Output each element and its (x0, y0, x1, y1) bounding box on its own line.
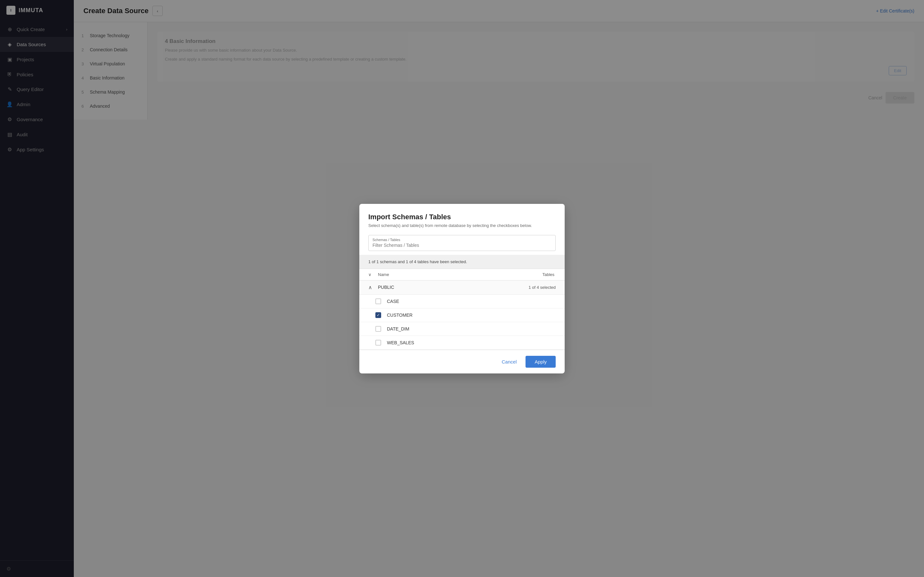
tables-column-header: Tables (542, 272, 556, 277)
import-schemas-modal: Import Schemas / Tables Select schema(s)… (359, 204, 565, 374)
table-name-date-dim: DATE_DIM (387, 326, 409, 332)
modal-header: Import Schemas / Tables Select schema(s)… (359, 204, 565, 231)
checkbox-case[interactable] (375, 298, 381, 304)
table-row-customer: CUSTOMER (359, 308, 565, 322)
table-name-customer: CUSTOMER (387, 313, 413, 318)
modal-footer: Cancel Apply (359, 350, 565, 374)
table-row-web-sales: WEB_SALES (359, 336, 565, 350)
schema-expand-icon[interactable]: ∧ (368, 284, 378, 290)
apply-button[interactable]: Apply (525, 356, 556, 367)
checkbox-web-sales-cell (375, 340, 387, 346)
collapse-all-icon[interactable]: ∨ (368, 272, 372, 277)
search-section: Schemas / Tables (359, 231, 565, 251)
selection-status: 1 of 1 schemas and 1 of 4 tables have be… (359, 255, 565, 269)
table-header: ∨ Name Tables (359, 269, 565, 280)
modal-subtitle: Select schema(s) and table(s) from remot… (368, 223, 556, 228)
table-row-case: CASE (359, 295, 565, 308)
search-label: Schemas / Tables (373, 238, 551, 242)
checkbox-web-sales[interactable] (375, 340, 381, 346)
table-name-web-sales: WEB_SALES (387, 340, 414, 345)
schema-name-public: PUBLIC (378, 285, 528, 290)
modal-overlay: Import Schemas / Tables Select schema(s)… (0, 0, 924, 577)
selection-status-text: 1 of 1 schemas and 1 of 4 tables have be… (368, 259, 467, 264)
table-name-case: CASE (387, 299, 399, 304)
schema-row-public: ∧ PUBLIC 1 of 4 selected (359, 280, 565, 295)
filter-input[interactable] (373, 243, 551, 248)
search-field-wrapper: Schemas / Tables (368, 235, 556, 251)
schemas-table: ∨ Name Tables ∧ PUBLIC 1 of 4 selected C… (359, 269, 565, 350)
cancel-label: Cancel (502, 359, 517, 364)
name-column-header: Name (378, 272, 542, 277)
checkbox-date-dim[interactable] (375, 326, 381, 332)
apply-label: Apply (535, 359, 547, 364)
modal-title: Import Schemas / Tables (368, 213, 556, 221)
schema-count-public: 1 of 4 selected (528, 285, 556, 290)
cancel-button[interactable]: Cancel (497, 356, 522, 367)
chevron-header: ∨ (368, 272, 378, 277)
checkbox-customer-cell (375, 312, 387, 318)
checkbox-customer[interactable] (375, 312, 381, 318)
checkbox-case-cell (375, 298, 387, 304)
table-row-date-dim: DATE_DIM (359, 322, 565, 336)
checkbox-date-dim-cell (375, 326, 387, 332)
